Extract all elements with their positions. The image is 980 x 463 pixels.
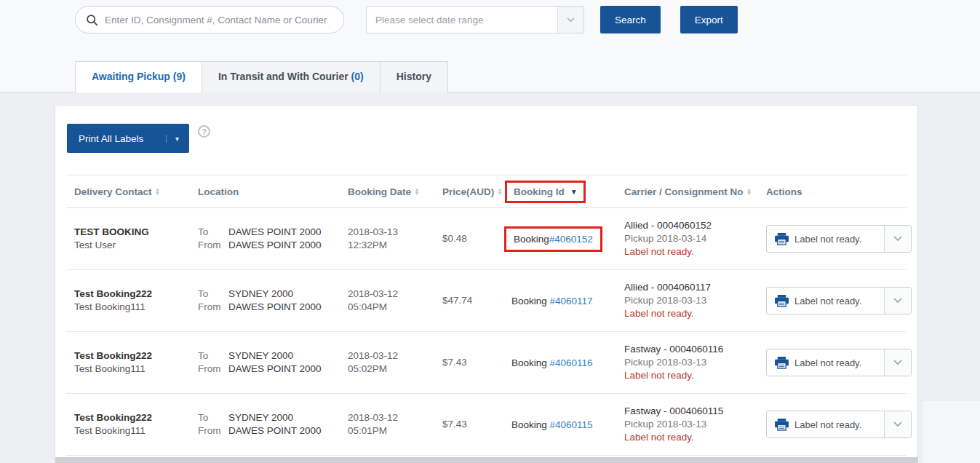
contact-name: Test Booking222 xyxy=(74,411,198,424)
tab-label: In Transit and With Courier xyxy=(218,71,351,82)
action-label: Label not ready. xyxy=(794,234,884,245)
booking-prefix: Booking xyxy=(511,357,550,368)
contact-sub: Test Booking111 xyxy=(74,363,198,376)
date-range-placeholder: Please select date range xyxy=(367,15,557,25)
booking-id-link[interactable]: #4060116 xyxy=(550,357,593,368)
column-header-carrier[interactable]: Carrier / Consignment No ▴▾ xyxy=(624,186,766,197)
print-all-labels-button[interactable]: Print All Labels ▾ xyxy=(67,124,189,153)
booking-date: 2018-03-12 xyxy=(348,288,442,301)
location-from-label: From xyxy=(198,239,228,252)
label-status: Label not ready. xyxy=(624,307,766,320)
booking-id-cell: Booking #4060117 xyxy=(511,296,624,306)
pickup-date: Pickup 2018-03-13 xyxy=(624,356,766,369)
location-cell: ToSYDNEY 2000 FromDAWES POINT 2000 xyxy=(198,349,348,376)
contact-name: TEST BOOKING xyxy=(74,226,198,239)
tab-count: (9) xyxy=(173,71,186,82)
tab-awaiting-pickup[interactable]: Awaiting Pickup (9) xyxy=(75,61,202,92)
booking-id-cell: Booking #4060116 xyxy=(511,357,624,368)
chevron-down-icon[interactable] xyxy=(884,226,911,252)
carrier-consignment: Fastway - 0004060116 xyxy=(624,343,766,356)
pickup-date: Pickup 2018-03-14 xyxy=(624,232,766,245)
actions-cell: Label not ready. xyxy=(766,411,912,438)
printer-icon xyxy=(767,357,794,369)
column-header-delivery-contact[interactable]: Delivery Contact ▴▾ xyxy=(74,186,198,197)
chevron-down-icon xyxy=(557,7,583,33)
booking-id-link[interactable]: #4060117 xyxy=(550,296,593,306)
label-action-button[interactable]: Label not ready. xyxy=(766,287,912,314)
location-cell: ToSYDNEY 2000 FromDAWES POINT 2000 xyxy=(198,288,348,314)
printer-icon xyxy=(767,419,794,431)
booking-prefix: Booking xyxy=(511,296,550,306)
carrier-consignment: Fastway - 0004060115 xyxy=(624,405,766,418)
booking-date-cell: 2018-03-12 05:01PM xyxy=(348,411,442,438)
label-status: Label not ready. xyxy=(624,431,766,444)
contact-sub: Test User xyxy=(74,239,198,252)
location-from-label: From xyxy=(198,424,228,438)
location-from-label: From xyxy=(198,301,228,314)
location-from-value: DAWES POINT 2000 xyxy=(228,363,322,376)
location-to-label: To xyxy=(198,349,228,363)
booking-id-link[interactable]: #4060115 xyxy=(550,419,593,430)
sort-icon: ▴▾ xyxy=(748,188,751,196)
chevron-down-icon[interactable] xyxy=(884,288,911,314)
pickup-date: Pickup 2018-03-13 xyxy=(624,418,766,431)
bookings-table: Delivery Contact ▴▾ Location Booking Dat… xyxy=(66,175,907,456)
price-cell: $7.43 xyxy=(442,356,511,369)
column-header-location: Location xyxy=(198,186,348,197)
carrier-consignment: Allied - 0004060152 xyxy=(624,219,766,232)
label-action-button[interactable]: Label not ready. xyxy=(766,411,912,438)
delivery-contact-cell: Test Booking222 Test Booking111 xyxy=(74,288,198,314)
label-action-button[interactable]: Label not ready. xyxy=(766,225,912,253)
location-to-label: To xyxy=(198,288,228,301)
printer-icon xyxy=(767,233,794,245)
table-row: TEST BOOKING Test User ToDAWES POINT 200… xyxy=(66,208,907,270)
booking-date-cell: 2018-03-12 05:02PM xyxy=(348,349,442,376)
label-action-button[interactable]: Label not ready. xyxy=(766,349,912,376)
date-range-select[interactable]: Please select date range xyxy=(366,6,584,33)
carrier-cell: Allied - 0004060117 Pickup 2018-03-13 La… xyxy=(624,281,766,320)
tab-label: Awaiting Pickup xyxy=(92,71,173,82)
carrier-consignment: Allied - 0004060117 xyxy=(624,281,766,294)
search-icon xyxy=(86,14,98,26)
tab-history[interactable]: History xyxy=(380,61,448,92)
delivery-contact-cell: Test Booking222 Test Booking111 xyxy=(74,349,198,376)
delivery-contact-cell: TEST BOOKING Test User xyxy=(74,226,198,252)
price-cell: $47.74 xyxy=(442,294,511,307)
column-header-booking-date[interactable]: Booking Date ▴▾ xyxy=(348,186,442,197)
chevron-down-icon[interactable] xyxy=(884,349,911,376)
carrier-cell: Allied - 0004060152 Pickup 2018-03-14 La… xyxy=(624,219,766,258)
help-icon[interactable]: ? xyxy=(198,125,210,138)
booking-date: 2018-03-12 xyxy=(348,411,442,424)
location-from-value: DAWES POINT 2000 xyxy=(228,424,322,438)
contact-name: Test Booking222 xyxy=(74,288,198,301)
contact-name: Test Booking222 xyxy=(74,349,198,363)
delivery-contact-cell: Test Booking222 Test Booking111 xyxy=(74,411,198,438)
booking-prefix: Booking xyxy=(514,234,549,245)
column-label: Carrier / Consignment No xyxy=(624,186,744,197)
label-status: Label not ready. xyxy=(624,245,766,258)
booking-id-link[interactable]: #4060152 xyxy=(549,234,593,245)
annotation-box: Booking #4060152 xyxy=(504,226,602,252)
content-area: Print All Labels ▾ ? Delivery Contact ▴▾… xyxy=(0,92,980,463)
column-header-booking-id[interactable]: Booking Id ▼ xyxy=(511,181,624,203)
search-input[interactable] xyxy=(105,15,333,25)
contact-sub: Test Booking111 xyxy=(74,301,198,314)
horizontal-scrollbar[interactable] xyxy=(55,457,918,463)
location-to-label: To xyxy=(198,411,228,424)
price-cell: $7.43 xyxy=(442,418,511,431)
actions-cell: Label not ready. xyxy=(766,225,912,253)
chevron-down-icon[interactable] xyxy=(884,411,911,438)
location-from-label: From xyxy=(198,363,228,376)
booking-date-cell: 2018-03-13 12:32PM xyxy=(348,226,442,252)
export-button[interactable]: Export xyxy=(680,6,738,33)
booking-time: 12:32PM xyxy=(348,239,442,252)
search-input-wrapper xyxy=(75,6,344,33)
action-label: Label not ready. xyxy=(794,357,884,368)
sort-icon: ▴▾ xyxy=(415,188,418,196)
sort-desc-icon: ▼ xyxy=(570,188,578,196)
table-row: Test Booking222 Test Booking111 ToSYDNEY… xyxy=(66,332,907,394)
search-button[interactable]: Search xyxy=(600,6,661,33)
column-header-price[interactable]: Price(AUD) ▴▾ xyxy=(442,186,511,197)
tab-in-transit[interactable]: In Transit and With Courier (0) xyxy=(202,61,380,92)
booking-time: 05:04PM xyxy=(348,301,442,314)
